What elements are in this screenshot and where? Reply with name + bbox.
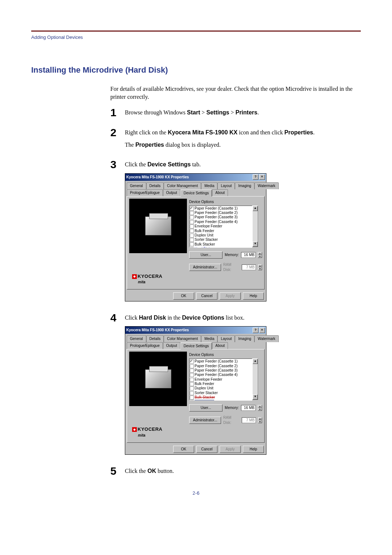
step-3-text: Click the Device Settings tab.	[125, 161, 361, 169]
list-item: Paper Feeder (Cassette 4)	[190, 220, 252, 224]
memory-input[interactable]: 16 MB	[241, 252, 256, 258]
tab-layout[interactable]: Layout	[217, 182, 235, 189]
tabs-row-2: Prologue/Epilogue Output Device Settings…	[125, 189, 266, 196]
device-options-label: Device Options	[189, 352, 262, 357]
checkbox-icon[interactable]	[190, 220, 194, 224]
tab-watermark[interactable]: Watermark	[254, 182, 279, 189]
help-button[interactable]: ?	[253, 174, 258, 180]
tab-about[interactable]: About	[212, 189, 228, 196]
ramdisk-input: 7 MB	[242, 417, 256, 423]
cancel-button[interactable]: Cancel	[196, 292, 217, 300]
tab-panel: Device Options Paper Feeder (Cassette 1)…	[127, 349, 265, 442]
checkbox-icon[interactable]	[190, 247, 194, 248]
checkbox-icon[interactable]	[190, 364, 194, 368]
memory-label: Memory:	[225, 252, 239, 258]
checkbox-icon[interactable]	[190, 211, 194, 215]
checkbox-icon[interactable]	[190, 386, 194, 390]
help-button[interactable]: ?	[253, 328, 258, 333]
step-1: 1 Browse through Windows Start > Setting…	[110, 107, 361, 121]
tabs-row-1: General Details Color Management Media L…	[125, 181, 266, 189]
tab-media[interactable]: Media	[201, 182, 217, 189]
tab-general[interactable]: General	[127, 182, 146, 189]
checkbox-icon[interactable]	[190, 400, 194, 401]
tab-layout[interactable]: Layout	[217, 335, 235, 342]
tab-prologue[interactable]: Prologue/Epilogue	[127, 342, 163, 349]
memory-input[interactable]: 16 MB	[241, 405, 256, 411]
help-button[interactable]: Help	[243, 446, 264, 453]
scroll-down-icon[interactable]: ▼	[253, 242, 258, 247]
checkbox-icon[interactable]	[190, 378, 194, 382]
device-options-listbox[interactable]: Paper Feeder (Cassette 1) Paper Feeder (…	[189, 358, 252, 401]
dialog-button-row: OK Cancel Apply Help	[125, 444, 266, 454]
window-title: Kyocera Mita FS-1900 KX Properties	[126, 328, 252, 333]
tab-output[interactable]: Output	[163, 342, 180, 349]
step-2: 2 Right click on the Kyocera Mita FS-190…	[110, 127, 361, 154]
properties-dialog: Kyocera Mita FS-1900 KX Properties ? × G…	[125, 173, 266, 301]
titlebar[interactable]: Kyocera Mita FS-1900 KX Properties ? ×	[125, 327, 266, 334]
tab-details[interactable]: Details	[146, 335, 164, 342]
dialog-screenshot-1: Kyocera Mita FS-1900 KX Properties ? × G…	[125, 173, 361, 301]
checkbox-icon[interactable]	[190, 238, 194, 242]
checkbox-icon[interactable]	[190, 360, 194, 364]
user-button[interactable]: User...	[189, 251, 222, 259]
device-options-listbox[interactable]: Paper Feeder (Cassette 1) Paper Feeder (…	[189, 206, 252, 248]
checkbox-icon[interactable]	[190, 242, 194, 246]
tab-imaging[interactable]: Imaging	[235, 335, 254, 342]
tab-color-management[interactable]: Color Management	[164, 335, 201, 342]
ramdisk-spinner: ▲▼	[258, 264, 262, 270]
tab-imaging[interactable]: Imaging	[235, 182, 254, 189]
close-button[interactable]: ×	[259, 174, 265, 180]
administrator-button[interactable]: Administrator...	[189, 417, 221, 424]
brand-logo: KYOCERA mita	[129, 272, 262, 287]
step-4: 4 Click Hard Disk in the Device Options …	[110, 312, 361, 460]
tab-details[interactable]: Details	[146, 182, 164, 189]
listbox-scrollbar[interactable]: ▲ ▼	[252, 358, 258, 400]
checkbox-icon[interactable]	[190, 234, 194, 238]
step-1-text: Browse through Windows Start > Settings …	[125, 109, 361, 117]
tab-color-management[interactable]: Color Management	[164, 182, 201, 189]
section-heading: Installing the Microdrive (Hard Disk)	[31, 65, 361, 75]
scroll-up-icon[interactable]: ▲	[253, 206, 258, 211]
administrator-button[interactable]: Administrator...	[189, 264, 221, 271]
help-button[interactable]: Help	[243, 292, 264, 300]
tab-device-settings[interactable]: Device Settings	[180, 190, 212, 197]
listbox-scrollbar[interactable]: ▲ ▼	[252, 206, 258, 247]
step-number: 2	[110, 127, 125, 138]
running-header: Adding Optional Devices	[31, 35, 361, 40]
checkbox-icon[interactable]	[190, 229, 194, 233]
checkbox-icon[interactable]	[190, 224, 194, 228]
tab-prologue[interactable]: Prologue/Epilogue	[127, 189, 163, 196]
memory-spinner[interactable]: ▲▼	[258, 405, 262, 411]
close-button[interactable]: ×	[259, 328, 265, 333]
titlebar[interactable]: Kyocera Mita FS-1900 KX Properties ? ×	[125, 174, 266, 181]
tab-device-settings[interactable]: Device Settings	[180, 343, 212, 349]
checkbox-icon[interactable]	[190, 382, 194, 386]
memory-spinner[interactable]: ▲▼	[258, 252, 262, 258]
checkbox-icon[interactable]	[190, 215, 194, 219]
top-rule	[31, 31, 361, 32]
cancel-button[interactable]: Cancel	[196, 446, 217, 453]
checkbox-icon[interactable]	[190, 373, 194, 377]
scroll-up-icon[interactable]: ▲	[253, 359, 258, 364]
apply-button: Apply	[220, 292, 241, 300]
window-title: Kyocera Mita FS-1900 KX Properties	[126, 175, 252, 180]
checkbox-icon[interactable]	[190, 391, 194, 395]
ok-button[interactable]: OK	[173, 446, 194, 453]
step-5-text: Click the OK button.	[125, 467, 361, 475]
list-item: Paper Feeder (Cassette 2)	[190, 364, 252, 368]
scroll-down-icon[interactable]: ▼	[253, 394, 258, 400]
checkbox-icon[interactable]	[190, 207, 194, 211]
step-number: 3	[110, 159, 125, 170]
tab-watermark[interactable]: Watermark	[254, 335, 279, 342]
tab-output[interactable]: Output	[163, 189, 180, 196]
ok-button[interactable]: OK	[173, 292, 194, 300]
checkbox-icon[interactable]	[190, 369, 194, 373]
list-item: Paper Feeder (Cassette 1)	[190, 359, 252, 364]
tab-about[interactable]: About	[212, 342, 228, 349]
list-item: Hard Disk...	[190, 247, 252, 248]
tab-media[interactable]: Media	[201, 335, 217, 342]
user-button[interactable]: User...	[189, 404, 222, 412]
checkbox-icon[interactable]	[190, 396, 194, 400]
tab-general[interactable]: General	[127, 335, 146, 342]
brand-logo: KYOCERA mita	[129, 425, 262, 440]
